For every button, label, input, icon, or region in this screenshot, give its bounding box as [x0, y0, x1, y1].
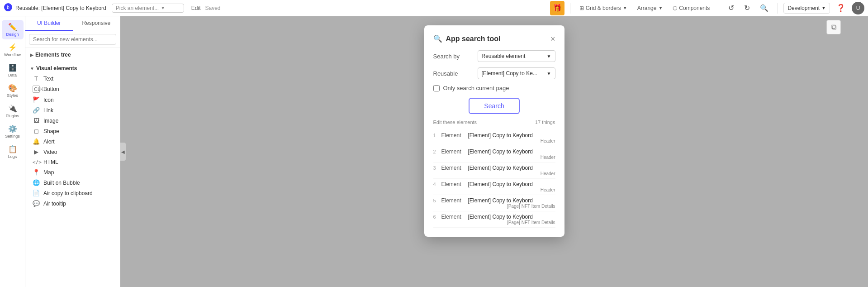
element-shape[interactable]: ◻ Shape — [25, 126, 120, 136]
undo-button[interactable]: ↺ — [725, 2, 738, 14]
element-image[interactable]: 🖼 Image — [25, 115, 120, 126]
map-icon: 📍 — [33, 169, 40, 176]
list-item[interactable]: 6 Element [Element] Copy to Keybord [Pag… — [433, 211, 555, 228]
element-video[interactable]: ▶ Video — [25, 147, 120, 157]
modal-search-button[interactable]: Search — [469, 98, 519, 114]
sidebar-item-logs[interactable]: 📋 Logs — [2, 142, 24, 162]
styles-icon: 🎨 — [8, 84, 17, 92]
icon-label: Icon — [43, 97, 54, 103]
element-link[interactable]: 🔗 Link — [25, 105, 120, 115]
sidebar-item-plugins[interactable]: 🔌 Plugins — [2, 101, 24, 121]
result-type: Element — [441, 148, 466, 155]
icon-icon: 🚩 — [33, 96, 40, 103]
shape-label: Shape — [43, 128, 59, 134]
element-built-on-bubble[interactable]: 🌐 Built on Bubble — [25, 177, 120, 188]
chevron-down-icon: ▼ — [821, 5, 826, 10]
result-num: 5 — [433, 197, 440, 203]
bubble-icon: 🌐 — [33, 179, 40, 186]
pick-element-dropdown[interactable]: Pick an element... ▼ — [112, 4, 184, 13]
user-avatar[interactable]: U — [852, 2, 864, 14]
result-type: Element — [441, 181, 466, 187]
gift-button[interactable]: 🎁 — [550, 1, 564, 15]
result-type: Element — [441, 214, 466, 220]
video-icon: ▶ — [33, 148, 40, 155]
result-name: [Element] Copy to Keybord — [468, 181, 555, 187]
element-button[interactable]: CLK Button — [25, 84, 120, 95]
reusable-value: [Element] Copy to Ke... — [482, 70, 537, 77]
chevron-down-icon: ▼ — [658, 5, 663, 10]
tab-ui-builder[interactable]: UI Builder — [25, 16, 73, 31]
visual-elements-header[interactable]: ▼ Visual elements — [25, 63, 120, 73]
search-by-dropdown[interactable]: Reusable element ▼ — [478, 50, 555, 62]
panel-tabs: UI Builder Responsive — [25, 16, 120, 31]
result-num: 2 — [433, 148, 440, 154]
list-item[interactable]: 2 Element [Element] Copy to Keybord Head… — [433, 146, 555, 163]
only-current-page-row: Only search current page — [433, 85, 555, 91]
result-page: [Page] NFT Item Details — [468, 220, 555, 225]
visual-elements-section: ▼ Visual elements T Text CLK Button 🚩 Ic… — [25, 62, 120, 210]
element-html[interactable]: </> HTML — [25, 157, 120, 167]
workflow-icon: ⚡ — [8, 43, 17, 52]
components-button[interactable]: ⬡ Components — [669, 3, 713, 13]
sidebar-item-data[interactable]: 🗄️ Data — [2, 61, 24, 80]
reusable-dropdown[interactable]: [Element] Copy to Ke... ▼ — [478, 67, 555, 79]
saved-label: Saved — [205, 5, 220, 11]
canvas-area: ◀ ⧉ 🔍 App search tool × Search by — [120, 16, 868, 287]
left-panel: UI Builder Responsive ▶ Elements tree ▼ … — [25, 16, 120, 287]
grid-borders-button[interactable]: ⊞ Grid & borders ▼ — [576, 3, 631, 13]
button-icon: CLK — [33, 86, 40, 93]
button-label: Button — [43, 86, 59, 92]
edit-label: Edit — [191, 5, 201, 11]
element-air-tooltip[interactable]: 💬 Air tooltip — [25, 198, 120, 209]
result-page: Header — [468, 155, 555, 160]
result-name-block: [Element] Copy to Keybord Header — [468, 165, 555, 176]
sidebar-item-settings[interactable]: ⚙️ Settings — [2, 122, 24, 141]
list-item[interactable]: 4 Element [Element] Copy to Keybord Head… — [433, 179, 555, 195]
reusable-label: Reusable — [433, 70, 474, 77]
question-icon: ❓ — [836, 4, 845, 12]
list-item[interactable]: 3 Element [Element] Copy to Keybord Head… — [433, 163, 555, 179]
result-name-block: [Element] Copy to Keybord Header — [468, 181, 555, 192]
dev-mode-button[interactable]: Development ▼ — [783, 3, 830, 14]
result-name: [Element] Copy to Keybord — [468, 148, 555, 155]
result-name: [Element] Copy to Keybord — [468, 214, 555, 220]
result-name-block: [Element] Copy to Keybord Header — [468, 148, 555, 160]
list-item[interactable]: 1 Element [Element] Copy to Keybord Head… — [433, 130, 555, 146]
visual-elements-label: Visual elements — [36, 65, 77, 72]
alert-icon: 🔔 — [33, 138, 40, 145]
modal-close-button[interactable]: × — [550, 35, 555, 43]
redo-icon: ↻ — [744, 4, 750, 12]
sidebar-item-design[interactable]: ✏️ Design — [2, 20, 24, 39]
tab-responsive[interactable]: Responsive — [73, 16, 120, 31]
list-item[interactable]: 5 Element [Element] Copy to Keybord [Pag… — [433, 195, 555, 211]
arrange-button[interactable]: Arrange ▼ — [634, 3, 667, 13]
divider — [570, 3, 570, 14]
search-elements-input[interactable] — [29, 34, 116, 45]
text-label: Text — [43, 76, 53, 82]
elements-tree-label: Elements tree — [35, 52, 71, 58]
element-map[interactable]: 📍 Map — [25, 167, 120, 177]
chevron-down-icon: ▼ — [161, 5, 165, 10]
result-type: Element — [441, 165, 466, 171]
divider — [778, 3, 778, 14]
shape-icon: ◻ — [33, 128, 40, 134]
elements-tree-header[interactable]: ▶ Elements tree — [25, 50, 120, 60]
result-name: [Element] Copy to Keybord — [468, 132, 555, 139]
result-page: [Page] NFT Item Details — [468, 204, 555, 209]
text-icon: T — [33, 75, 40, 82]
element-alert[interactable]: 🔔 Alert — [25, 136, 120, 147]
element-text[interactable]: T Text — [25, 73, 120, 84]
redo-button[interactable]: ↻ — [740, 2, 754, 14]
video-label: Video — [43, 149, 57, 155]
sidebar-item-workflow[interactable]: ⚡ Workflow — [2, 40, 24, 60]
settings-icon: ⚙️ — [8, 124, 17, 133]
elements-tree-section: ▶ Elements tree — [25, 48, 120, 62]
element-icon[interactable]: 🚩 Icon — [25, 95, 120, 105]
modal-title: App search tool — [446, 35, 501, 43]
only-current-page-checkbox[interactable] — [433, 85, 440, 91]
element-air-copy[interactable]: 📄 Air copy to clipboard — [25, 188, 120, 198]
sidebar-item-styles[interactable]: 🎨 Styles — [2, 81, 24, 100]
link-icon: 🔗 — [33, 107, 40, 114]
search-button[interactable]: 🔍 — [756, 2, 772, 14]
help-button[interactable]: ❓ — [833, 2, 849, 14]
